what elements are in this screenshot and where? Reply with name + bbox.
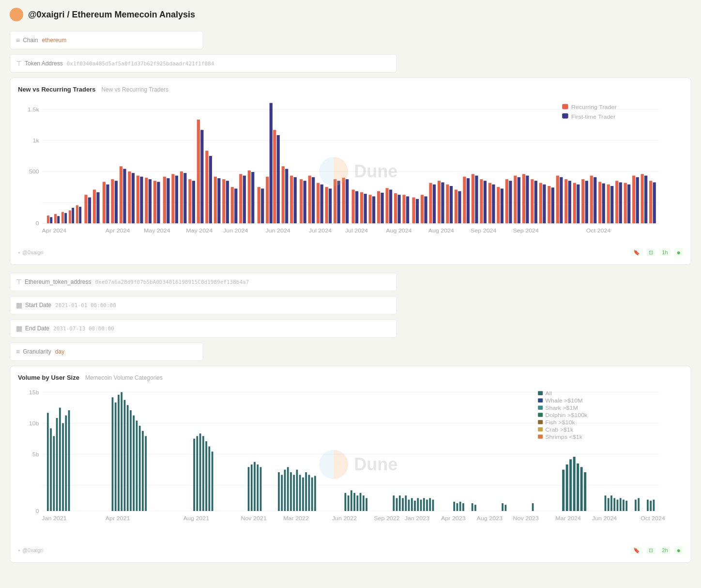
svg-rect-123 <box>531 179 533 223</box>
svg-text:0: 0 <box>36 220 40 226</box>
chart2-header: Volume by User Size Memecoin Volume Cate… <box>18 374 683 381</box>
svg-rect-234 <box>399 495 401 511</box>
svg-rect-74 <box>320 185 323 223</box>
svg-rect-18 <box>79 207 81 223</box>
share-icon2[interactable]: ⊡ <box>646 547 655 554</box>
svg-rect-289 <box>538 391 543 396</box>
svg-rect-117 <box>505 179 508 223</box>
svg-rect-299 <box>538 427 543 432</box>
svg-rect-15 <box>69 210 71 223</box>
end-date-param-row: ▦ End Date 2031-07-13 00:00:00 <box>10 319 397 338</box>
svg-rect-207 <box>251 464 253 511</box>
svg-rect-134 <box>577 185 579 223</box>
filter-icon2: ⊤ <box>16 278 22 286</box>
chart-volume-by-user-size: Volume by User Size Memecoin Volume Cate… <box>10 366 691 563</box>
svg-text:Oct 2024: Oct 2024 <box>640 515 665 521</box>
svg-rect-100 <box>433 185 436 223</box>
svg-rect-135 <box>581 179 584 223</box>
svg-rect-190 <box>121 392 122 511</box>
svg-rect-20 <box>88 198 91 224</box>
token-address-value[interactable]: 0x1f0340a485d5af5a0f1d37b62f925bdaadr421… <box>67 61 214 67</box>
svg-rect-214 <box>287 467 289 511</box>
svg-rect-19 <box>84 195 87 223</box>
start-date-value[interactable]: 2021-01-01 00:00:00 <box>55 302 116 309</box>
svg-rect-66 <box>285 169 288 224</box>
svg-rect-31 <box>137 176 139 224</box>
svg-rect-113 <box>488 183 491 224</box>
svg-text:Mar 2024: Mar 2024 <box>555 515 581 521</box>
svg-text:Sep 2024: Sep 2024 <box>471 228 497 233</box>
svg-rect-146 <box>627 185 630 223</box>
svg-rect-191 <box>124 400 126 511</box>
svg-rect-43 <box>188 179 191 223</box>
svg-rect-237 <box>408 500 410 511</box>
svg-rect-261 <box>584 472 586 511</box>
svg-rect-88 <box>381 193 383 223</box>
end-date-value[interactable]: 2031-07-13 00:00:00 <box>53 325 114 332</box>
svg-rect-48 <box>209 156 212 223</box>
svg-rect-222 <box>311 478 313 511</box>
chart1-footer: @0xaigri 🔖 ⊡ 1h ● <box>18 248 683 257</box>
svg-rect-25 <box>111 179 114 223</box>
svg-rect-76 <box>329 188 332 223</box>
granularity-value[interactable]: day <box>55 348 64 355</box>
svg-rect-96 <box>416 199 419 223</box>
svg-rect-47 <box>205 151 208 223</box>
svg-rect-270 <box>635 500 637 511</box>
svg-text:Crab >$1k: Crab >$1k <box>545 427 573 433</box>
svg-rect-148 <box>636 177 639 223</box>
svg-rect-259 <box>577 464 579 511</box>
svg-rect-112 <box>484 181 487 223</box>
bookmark-icon2[interactable]: 🔖 <box>631 547 642 554</box>
svg-text:Apr 2023: Apr 2023 <box>441 515 466 521</box>
svg-rect-221 <box>308 475 310 511</box>
svg-rect-185 <box>65 416 67 511</box>
svg-rect-271 <box>638 498 640 511</box>
svg-rect-61 <box>266 177 269 223</box>
svg-text:0: 0 <box>36 508 39 514</box>
share-icon[interactable]: ⊡ <box>646 249 655 256</box>
svg-text:10b: 10b <box>29 420 39 426</box>
chart1-subtitle: New vs Recurring Traders <box>101 86 168 93</box>
svg-rect-235 <box>402 498 404 511</box>
bookmark-icon[interactable]: 🔖 <box>631 249 642 256</box>
chain-value[interactable]: ethereum <box>42 37 67 44</box>
svg-text:First-time Trader: First-time Trader <box>571 114 616 120</box>
svg-rect-59 <box>258 187 260 223</box>
svg-rect-295 <box>538 413 543 417</box>
svg-rect-103 <box>446 185 449 223</box>
chart2-area: 15b 10b 5b 0 <box>18 387 683 542</box>
svg-rect-91 <box>394 193 397 223</box>
chart1-area: 1.5k 1k 500 0 <box>18 99 683 244</box>
svg-text:Jul 2024: Jul 2024 <box>345 228 368 233</box>
svg-rect-86 <box>372 196 375 223</box>
svg-rect-256 <box>566 464 568 511</box>
svg-rect-16 <box>72 208 74 223</box>
svg-rect-68 <box>294 177 297 223</box>
page-header: @0xaigri / Ethereum Memecoin Analysis <box>10 8 691 21</box>
svg-rect-36 <box>157 182 160 223</box>
svg-rect-92 <box>397 195 400 223</box>
svg-rect-46 <box>200 130 203 223</box>
svg-rect-274 <box>653 500 655 511</box>
svg-rect-242 <box>423 498 425 511</box>
svg-rect-147 <box>632 176 635 224</box>
svg-rect-249 <box>462 503 464 511</box>
svg-rect-247 <box>457 503 458 511</box>
svg-rect-267 <box>620 498 622 511</box>
list-icon: ≡ <box>16 36 20 44</box>
svg-rect-255 <box>562 470 564 511</box>
svg-rect-203 <box>205 441 207 511</box>
svg-rect-58 <box>251 172 254 223</box>
svg-rect-77 <box>334 179 336 223</box>
svg-rect-34 <box>149 179 152 223</box>
ethereum-token-value[interactable]: 0xe07a6a28d9f07b5bA0D34016198915C0d1989e… <box>95 279 249 285</box>
svg-text:Shrimps <$1k: Shrimps <$1k <box>545 434 582 440</box>
svg-rect-211 <box>278 472 280 511</box>
svg-rect-23 <box>103 182 106 223</box>
svg-rect-144 <box>619 183 622 224</box>
svg-rect-149 <box>641 174 644 223</box>
chart2-title: Volume by User Size <box>18 374 79 381</box>
svg-rect-137 <box>590 176 593 224</box>
svg-rect-143 <box>615 181 618 223</box>
